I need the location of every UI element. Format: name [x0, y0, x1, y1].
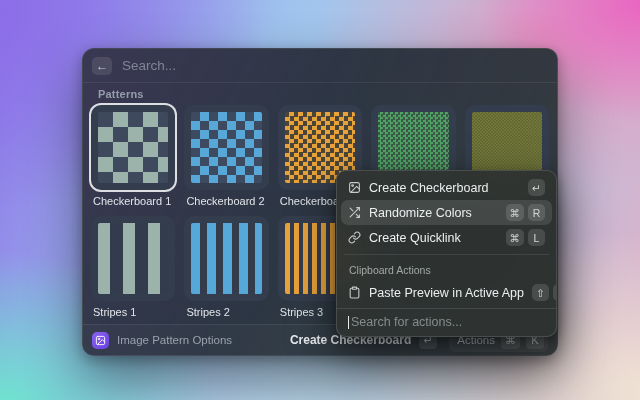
shuffle-icon — [348, 206, 361, 219]
pattern-swatch — [98, 223, 168, 294]
footer-app-name: Image Pattern Options — [117, 334, 232, 346]
pattern-tile-stripes-1[interactable] — [91, 216, 175, 301]
back-button[interactable]: ← — [92, 57, 112, 75]
return-key-badge: ↵ — [528, 179, 545, 196]
menu-item-label: Create Quicklink — [369, 231, 461, 245]
pattern-cell: Stripes 1 — [91, 216, 175, 319]
pattern-tile-checkerboard-2[interactable] — [184, 105, 268, 190]
desktop-background: ← Search... Patterns Checkerboard 1 Chec… — [0, 0, 640, 400]
menu-item-randomize-colors[interactable]: Randomize Colors ⌘ R — [341, 200, 552, 225]
menu-item-label: Create Checkerboard — [369, 181, 489, 195]
r-key-badge: R — [528, 204, 545, 221]
menu-item-create-checkerboard[interactable]: Create Checkerboard ↵ — [341, 175, 552, 200]
pattern-label: Stripes 1 — [91, 306, 175, 319]
pattern-cell: Stripes 2 — [184, 216, 268, 319]
actions-search-placeholder: Search for actions... — [351, 315, 462, 329]
patterns-section-title: Patterns — [98, 88, 144, 100]
app-icon — [92, 332, 109, 349]
actions-search-input[interactable]: Search for actions... — [337, 308, 556, 336]
l-key-badge: L — [528, 229, 545, 246]
image-icon — [348, 181, 361, 194]
menu-item-label: Paste Preview in Active App — [369, 286, 524, 300]
link-icon — [348, 231, 361, 244]
menu-item-create-quicklink[interactable]: Create Quicklink ⌘ L — [341, 225, 552, 250]
menu-item-shortcut: ↵ — [528, 179, 545, 196]
menu-item-paste-preview[interactable]: Paste Preview in Active App ⇧ ⌘ V — [341, 280, 552, 305]
menu-item-shortcut: ⌘ L — [506, 229, 546, 246]
menu-section-clipboard-actions: Clipboard Actions — [341, 259, 552, 280]
search-bar: ← Search... — [83, 49, 557, 83]
image-icon — [95, 335, 106, 346]
cmd-key-badge: ⌘ — [506, 229, 525, 246]
pattern-swatch — [98, 112, 168, 183]
clipboard-icon — [348, 286, 361, 299]
menu-item-label: Randomize Colors — [369, 206, 472, 220]
shift-key-badge: ⇧ — [532, 284, 549, 301]
menu-item-shortcut: ⌘ R — [506, 204, 546, 221]
actions-menu: Create Checkerboard ↵ Randomize Colors ⌘… — [336, 170, 557, 337]
pattern-tile-checkerboard-1[interactable] — [91, 105, 175, 190]
pattern-swatch — [191, 112, 261, 183]
pattern-swatch — [191, 223, 261, 294]
text-caret — [348, 316, 349, 329]
menu-divider — [344, 254, 549, 255]
cmd-key-badge: ⌘ — [553, 284, 557, 301]
menu-item-shortcut: ⇧ ⌘ V — [532, 284, 557, 301]
pattern-label: Checkerboard 2 — [184, 195, 268, 208]
pattern-label: Checkerboard 1 — [91, 195, 175, 208]
search-input[interactable]: Search... — [122, 58, 176, 73]
cmd-key-badge: ⌘ — [506, 204, 525, 221]
pattern-cell: Checkerboard 2 — [184, 105, 268, 208]
pattern-tile-stripes-2[interactable] — [184, 216, 268, 301]
pattern-cell: Checkerboard 1 — [91, 105, 175, 208]
pattern-label: Stripes 2 — [184, 306, 268, 319]
back-arrow-icon: ← — [96, 59, 108, 73]
